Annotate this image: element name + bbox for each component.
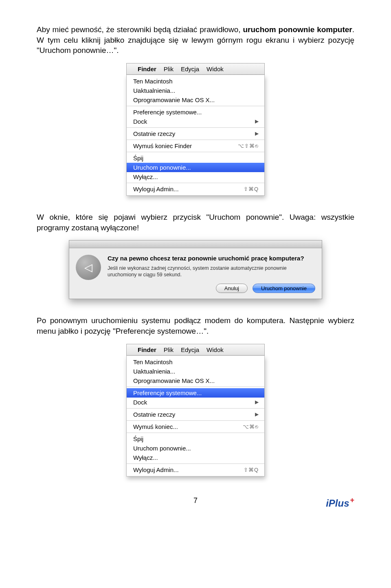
paragraph-2: W oknie, które się pojawi wybierz przyci…	[37, 212, 354, 233]
menu-item-label: Ostatnie rzeczy	[133, 130, 175, 137]
menu-shortcut: ⇧⌘Q	[244, 186, 259, 192]
menu-separator	[127, 183, 264, 183]
menu-separator	[127, 127, 264, 128]
menu-item-label: Wyloguj Admin...	[133, 186, 179, 192]
menu-item[interactable]: Dock▶	[127, 117, 264, 126]
menu-item[interactable]: Ostatnie rzeczy▶	[127, 129, 264, 138]
menu-item-label: Uaktualnienia...	[133, 368, 175, 375]
menubar-item[interactable]: Widok	[203, 346, 227, 353]
menu-item[interactable]: Uruchom ponownie...	[127, 444, 264, 453]
para1-b: uruchom ponownie komputer	[243, 25, 352, 34]
menu-item[interactable]: Uaktualnienia...	[127, 367, 264, 376]
menu-item[interactable]: Uaktualnienia...	[127, 86, 264, 95]
menu-item-label: Wyłącz...	[133, 454, 158, 461]
menu-item-label: Wyloguj Admin...	[133, 466, 179, 473]
menu-item[interactable]: Oprogramowanie Mac OS X...	[127, 376, 264, 385]
menubar-item[interactable]: Plik	[160, 66, 177, 72]
restart-dialog: ◁ Czy na pewno chcesz teraz ponownie uru…	[69, 240, 322, 299]
menu-separator	[127, 408, 264, 409]
menu-separator	[127, 106, 264, 106]
submenu-arrow-icon: ▶	[255, 131, 259, 136]
menu-item[interactable]: Preferencje systemowe...	[127, 107, 264, 117]
menu-item[interactable]: Śpij	[127, 434, 264, 444]
submenu-arrow-icon: ▶	[255, 118, 259, 124]
menu-item-label: Uruchom ponownie...	[133, 164, 191, 171]
dialog-text: Czy na pewno chcesz teraz ponownie uruch…	[108, 255, 315, 293]
menu-shortcut: ⌥⇧⌘⎋	[238, 143, 259, 149]
menubar-app[interactable]: Finder	[134, 346, 160, 353]
menubar-item[interactable]: Widok	[203, 66, 227, 72]
submenu-arrow-icon: ▶	[255, 399, 259, 405]
menu-item-label: Oprogramowanie Mac OS X...	[133, 96, 215, 103]
menu-item[interactable]: Wyloguj Admin...⇧⌘Q	[127, 465, 264, 474]
menu-item[interactable]: Wyloguj Admin...⇧⌘Q	[127, 184, 264, 194]
menu-item-label: Dock	[133, 399, 147, 406]
apple-menu-dropdown: Ten MacintoshUaktualnienia...Oprogramowa…	[126, 75, 265, 196]
apple-menu-dropdown: Ten MacintoshUaktualnienia...Oprogramowa…	[126, 356, 265, 477]
dialog-message: Jeśli nie wykonasz żadnej czynności, sys…	[108, 265, 315, 278]
menu-item-label: Śpij	[133, 155, 143, 162]
menubar-item[interactable]: Edycja	[177, 346, 203, 353]
menu-item[interactable]: Oprogramowanie Mac OS X...	[127, 95, 264, 105]
menubar-item[interactable]: Plik	[160, 346, 177, 353]
menu-item[interactable]: Uruchom ponownie...	[127, 163, 264, 172]
menu-item-label: Uruchom ponownie...	[133, 445, 191, 452]
menu-separator	[127, 387, 264, 387]
menu-item-label: Ten Macintosh	[133, 78, 173, 85]
menu-item-label: Preferencje systemowe...	[133, 109, 202, 116]
menu-item[interactable]: Ten Macintosh	[127, 357, 264, 367]
apple-menu-screenshot-1: Finder Plik Edycja Widok Ten MacintoshUa…	[126, 63, 265, 196]
menu-separator	[127, 152, 264, 152]
para1-a: Aby mieć pewność, że sterowniki będą dzi…	[37, 25, 243, 34]
paragraph-1: Aby mieć pewność, że sterowniki będą dzi…	[37, 24, 354, 56]
menu-item[interactable]: Wyłącz...	[127, 453, 264, 462]
submenu-arrow-icon: ▶	[255, 411, 259, 417]
menu-item-label: Oprogramowanie Mac OS X...	[133, 377, 215, 384]
menu-item-label: Wymuś koniec Finder	[133, 142, 192, 149]
menu-item[interactable]: Preferencje systemowe...	[127, 388, 264, 398]
menu-item[interactable]: Wyłącz...	[127, 172, 264, 181]
menu-item-label: Uaktualnienia...	[133, 87, 175, 94]
menu-item[interactable]: Śpij	[127, 153, 264, 163]
menu-separator	[127, 433, 264, 433]
menu-item-label: Dock	[133, 118, 147, 125]
dialog-title: Czy na pewno chcesz teraz ponownie uruch…	[108, 255, 315, 262]
page-number: 7	[193, 496, 198, 505]
menu-item-label: Ostatnie rzeczy	[133, 411, 175, 418]
dialog-body: ◁ Czy na pewno chcesz teraz ponownie uru…	[69, 248, 322, 299]
restart-icon: ◁	[76, 255, 101, 280]
menubar: Finder Plik Edycja Widok	[126, 344, 265, 356]
menu-item-label: Wymuś koniec...	[133, 423, 178, 430]
menu-shortcut: ⇧⌘Q	[244, 467, 259, 473]
menu-item-label: Preferencje systemowe...	[133, 389, 202, 396]
menubar: Finder Plik Edycja Widok	[126, 63, 265, 75]
paragraph-3: Po ponownym uruchomieniu systemu podłącz…	[37, 315, 354, 336]
menu-item-label: Śpij	[133, 435, 143, 442]
menubar-app[interactable]: Finder	[134, 66, 160, 72]
menu-item[interactable]: Wymuś koniec...⌥⌘⎋	[127, 422, 264, 431]
menu-item[interactable]: Wymuś koniec Finder⌥⇧⌘⎋	[127, 141, 264, 151]
dialog-titlebar	[69, 240, 322, 248]
menu-item-label: Ten Macintosh	[133, 358, 173, 365]
menu-separator	[127, 463, 264, 464]
cancel-button[interactable]: Anuluj	[216, 284, 248, 293]
page-footer: 7 iPlus+	[37, 493, 354, 509]
menu-separator	[127, 140, 264, 140]
iplus-logo: iPlus+	[326, 498, 354, 509]
menu-separator	[127, 420, 264, 421]
menu-item[interactable]: Ostatnie rzeczy▶	[127, 410, 264, 419]
menubar-item[interactable]: Edycja	[177, 66, 203, 72]
menu-item[interactable]: Ten Macintosh	[127, 77, 264, 86]
apple-menu-screenshot-2: Finder Plik Edycja Widok Ten MacintoshUa…	[126, 344, 265, 477]
restart-button[interactable]: Uruchom ponownie	[253, 284, 315, 293]
menu-shortcut: ⌥⌘⎋	[243, 424, 259, 430]
menu-item-label: Wyłącz...	[133, 173, 158, 180]
menu-item[interactable]: Dock▶	[127, 398, 264, 407]
